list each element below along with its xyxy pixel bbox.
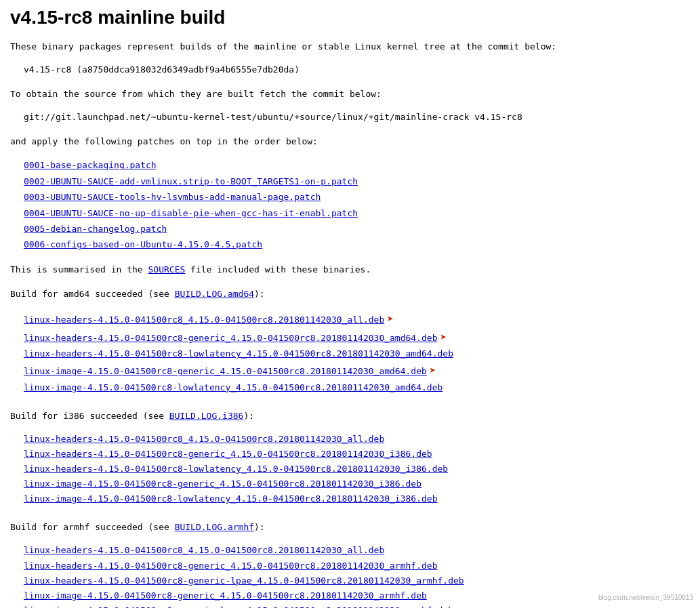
- build-section-armhf: Build for armhf succeeded (see BUILD.LOG…: [10, 520, 690, 608]
- patch-link[interactable]: 0003-UBUNTU-SAUCE-tools-hv-lsvmbus-add-m…: [24, 189, 690, 205]
- build-file-line: linux-image-4.15.0-041500rc8-generic-lpa…: [24, 603, 690, 608]
- build-file-link[interactable]: linux-headers-4.15.0-041500rc8_4.15.0-04…: [24, 315, 384, 325]
- sources-section: This is summarised in the SOURCES file i…: [10, 262, 690, 277]
- build-log-link[interactable]: BUILD.LOG.armhf: [175, 522, 254, 532]
- build-file-line: linux-headers-4.15.0-041500rc8_4.15.0-04…: [24, 432, 690, 447]
- build-file-link[interactable]: linux-headers-4.15.0-041500rc8-lowlatenc…: [24, 348, 453, 359]
- build-section-i386: Build for i386 succeeded (see BUILD.LOG.…: [10, 409, 690, 507]
- build-file-line: linux-headers-4.15.0-041500rc8-lowlatenc…: [24, 462, 690, 477]
- build-file-link[interactable]: linux-image-4.15.0-041500rc8-generic-lpa…: [24, 605, 453, 608]
- build-file-link[interactable]: linux-image-4.15.0-041500rc8-generic_4.1…: [24, 366, 427, 376]
- arrow-icon: ➤: [430, 361, 436, 380]
- build-file-link[interactable]: linux-image-4.15.0-041500rc8-generic_4.1…: [24, 590, 427, 601]
- patch-list: 0001-base-packaging.patch0002-UBUNTU-SAU…: [24, 157, 690, 252]
- build-file-line: linux-image-4.15.0-041500rc8-lowlatency_…: [24, 491, 690, 506]
- source-intro: To obtain the source from which they are…: [10, 87, 690, 102]
- intro-text: These binary packages represent builds o…: [10, 39, 690, 54]
- build-file-link[interactable]: linux-headers-4.15.0-041500rc8-lowlatenc…: [24, 464, 448, 474]
- git-url: git://git.launchpad.net/~ubuntu-kernel-t…: [24, 110, 690, 125]
- patch-section: and apply the following patches on top i…: [10, 134, 690, 252]
- build-header-amd64: Build for amd64 succeeded (see BUILD.LOG…: [10, 287, 690, 302]
- sources-text: This is summarised in the SOURCES file i…: [10, 262, 690, 277]
- commit-label: v4.15-rc8 (a8750ddca918032d6349adbf9a4b6…: [24, 62, 690, 77]
- build-file-line: linux-image-4.15.0-041500rc8-lowlatency_…: [24, 380, 690, 395]
- page-container: v4.15-rc8 mainline build These binary pa…: [10, 7, 690, 608]
- build-file-line: linux-headers-4.15.0-041500rc8_4.15.0-04…: [24, 543, 690, 558]
- build-header-armhf: Build for armhf succeeded (see BUILD.LOG…: [10, 520, 690, 535]
- patch-link[interactable]: 0002-UBUNTU-SAUCE-add-vmlinux.strip-to-B…: [24, 174, 690, 189]
- patch-link[interactable]: 0001-base-packaging.patch: [24, 157, 690, 173]
- build-file-link[interactable]: linux-image-4.15.0-041500rc8-lowlatency_…: [24, 382, 442, 392]
- patch-link[interactable]: 0006-configs-based-on-Ubuntu-4.15.0-4.5.…: [24, 237, 690, 252]
- build-file-line: linux-headers-4.15.0-041500rc8-generic_4…: [24, 559, 690, 573]
- sources-link[interactable]: SOURCES: [148, 264, 186, 275]
- intro-section: These binary packages represent builds o…: [10, 39, 690, 77]
- build-file-line: linux-headers-4.15.0-041500rc8-generic_4…: [24, 328, 690, 346]
- build-file-line: linux-headers-4.15.0-041500rc8_4.15.0-04…: [24, 310, 690, 328]
- build-file-link[interactable]: linux-headers-4.15.0-041500rc8-generic_4…: [24, 333, 437, 343]
- build-file-line: linux-image-4.15.0-041500rc8-generic_4.1…: [24, 588, 690, 603]
- patch-intro: and apply the following patches on top i…: [10, 134, 690, 149]
- build-header-i386: Build for i386 succeeded (see BUILD.LOG.…: [10, 409, 690, 424]
- source-section: To obtain the source from which they are…: [10, 87, 690, 125]
- build-file-link[interactable]: linux-headers-4.15.0-041500rc8-generic-l…: [24, 575, 464, 586]
- patch-link[interactable]: 0005-debian-changelog.patch: [24, 221, 690, 237]
- build-file-link[interactable]: linux-image-4.15.0-041500rc8-lowlatency_…: [24, 493, 437, 504]
- sources-pre: This is summarised in the: [10, 264, 148, 275]
- build-log-link[interactable]: BUILD.LOG.amd64: [175, 289, 254, 299]
- build-file-link[interactable]: linux-headers-4.15.0-041500rc8_4.15.0-04…: [24, 434, 384, 444]
- build-file-line: linux-image-4.15.0-041500rc8-generic_4.1…: [24, 361, 690, 380]
- build-file-link[interactable]: linux-headers-4.15.0-041500rc8-generic_4…: [24, 561, 437, 571]
- builds-container: Build for amd64 succeeded (see BUILD.LOG…: [10, 287, 690, 608]
- watermark: blog.csdn.net/weixin_39510813: [598, 594, 693, 601]
- build-file-link[interactable]: linux-headers-4.15.0-041500rc8_4.15.0-04…: [24, 545, 384, 555]
- arrow-icon: ➤: [387, 310, 394, 328]
- build-file-line: linux-headers-4.15.0-041500rc8-generic-l…: [24, 573, 690, 588]
- build-file-link[interactable]: linux-image-4.15.0-041500rc8-generic_4.1…: [24, 479, 421, 489]
- patch-link[interactable]: 0004-UBUNTU-SAUCE-no-up-disable-pie-when…: [24, 205, 690, 221]
- build-section-amd64: Build for amd64 succeeded (see BUILD.LOG…: [10, 287, 690, 395]
- build-file-line: linux-headers-4.15.0-041500rc8-generic_4…: [24, 447, 690, 462]
- page-title: v4.15-rc8 mainline build: [10, 7, 690, 28]
- build-log-link[interactable]: BUILD.LOG.i386: [169, 411, 244, 421]
- sources-post: file included with these binaries.: [185, 264, 371, 275]
- arrow-icon: ➤: [440, 328, 447, 346]
- build-file-link[interactable]: linux-headers-4.15.0-041500rc8-generic_4…: [24, 449, 432, 459]
- build-file-line: linux-image-4.15.0-041500rc8-generic_4.1…: [24, 477, 690, 491]
- build-file-line: linux-headers-4.15.0-041500rc8-lowlatenc…: [24, 346, 690, 361]
